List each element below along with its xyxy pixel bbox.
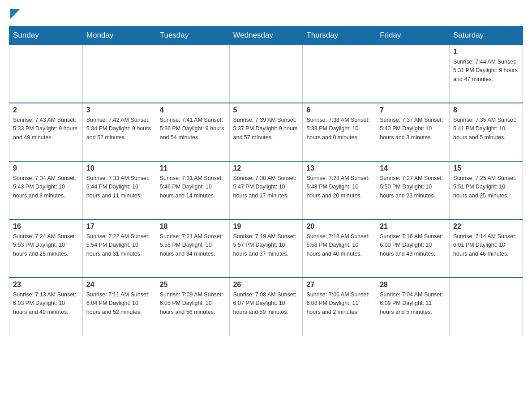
week-row-2: 2Sunrise: 7:43 AM Sunset: 5:33 PM Daylig… xyxy=(9,103,523,161)
day-number: 27 xyxy=(306,281,372,289)
calendar-cell: 22Sunrise: 7:14 AM Sunset: 6:01 PM Dayli… xyxy=(450,219,523,278)
calendar-cell: 5Sunrise: 7:39 AM Sunset: 5:37 PM Daylig… xyxy=(229,103,303,161)
day-info: Sunrise: 7:11 AM Sunset: 6:04 PM Dayligh… xyxy=(86,291,152,317)
day-header-tuesday: Tuesday xyxy=(156,26,229,45)
calendar-cell: 14Sunrise: 7:27 AM Sunset: 5:50 PM Dayli… xyxy=(376,161,450,219)
day-header-monday: Monday xyxy=(82,26,156,45)
calendar-cell: 24Sunrise: 7:11 AM Sunset: 6:04 PM Dayli… xyxy=(82,278,156,336)
calendar-cell: 26Sunrise: 7:08 AM Sunset: 6:07 PM Dayli… xyxy=(229,278,303,336)
day-info: Sunrise: 7:41 AM Sunset: 5:36 PM Dayligh… xyxy=(160,116,226,142)
calendar-cell: 4Sunrise: 7:41 AM Sunset: 5:36 PM Daylig… xyxy=(156,103,229,161)
week-row-1: 1Sunrise: 7:44 AM Sunset: 5:31 PM Daylig… xyxy=(9,45,523,103)
calendar-cell: 20Sunrise: 7:18 AM Sunset: 5:58 PM Dayli… xyxy=(303,219,376,278)
day-number: 19 xyxy=(233,223,299,231)
day-header-friday: Friday xyxy=(376,26,450,45)
day-number: 2 xyxy=(13,106,79,114)
calendar-cell: 17Sunrise: 7:22 AM Sunset: 5:54 PM Dayli… xyxy=(82,219,156,278)
day-info: Sunrise: 7:21 AM Sunset: 5:56 PM Dayligh… xyxy=(160,232,226,258)
day-number: 10 xyxy=(86,164,152,172)
logo-triangle-icon xyxy=(10,9,20,19)
day-header-wednesday: Wednesday xyxy=(229,26,303,45)
day-info: Sunrise: 7:27 AM Sunset: 5:50 PM Dayligh… xyxy=(380,174,446,200)
day-number: 16 xyxy=(13,223,79,231)
day-number: 5 xyxy=(233,106,299,114)
day-number: 23 xyxy=(13,281,79,289)
day-number: 13 xyxy=(306,164,372,172)
page-header xyxy=(9,9,523,21)
day-info: Sunrise: 7:16 AM Sunset: 6:00 PM Dayligh… xyxy=(380,232,446,258)
calendar-cell: 6Sunrise: 7:38 AM Sunset: 5:38 PM Daylig… xyxy=(303,103,376,161)
day-number: 6 xyxy=(306,106,372,114)
day-info: Sunrise: 7:35 AM Sunset: 5:41 PM Dayligh… xyxy=(453,116,519,142)
calendar-cell: 16Sunrise: 7:24 AM Sunset: 5:53 PM Dayli… xyxy=(9,219,83,278)
week-row-4: 16Sunrise: 7:24 AM Sunset: 5:53 PM Dayli… xyxy=(9,219,523,278)
day-number: 3 xyxy=(86,106,152,114)
calendar-cell: 25Sunrise: 7:09 AM Sunset: 6:05 PM Dayli… xyxy=(156,278,229,336)
svg-marker-0 xyxy=(10,9,20,19)
day-header-saturday: Saturday xyxy=(450,26,523,45)
calendar-cell: 19Sunrise: 7:19 AM Sunset: 5:57 PM Dayli… xyxy=(229,219,303,278)
calendar-cell xyxy=(9,45,83,103)
day-info: Sunrise: 7:43 AM Sunset: 5:33 PM Dayligh… xyxy=(13,116,79,142)
day-header-thursday: Thursday xyxy=(303,26,376,45)
calendar-cell: 10Sunrise: 7:33 AM Sunset: 5:44 PM Dayli… xyxy=(82,161,156,219)
day-number: 1 xyxy=(453,48,519,56)
day-number: 7 xyxy=(380,106,446,114)
calendar-cell: 18Sunrise: 7:21 AM Sunset: 5:56 PM Dayli… xyxy=(156,219,229,278)
day-info: Sunrise: 7:42 AM Sunset: 5:34 PM Dayligh… xyxy=(86,116,152,142)
day-number: 25 xyxy=(160,281,226,289)
calendar-cell: 7Sunrise: 7:37 AM Sunset: 5:40 PM Daylig… xyxy=(376,103,450,161)
day-info: Sunrise: 7:28 AM Sunset: 5:48 PM Dayligh… xyxy=(306,174,372,200)
calendar-cell: 9Sunrise: 7:34 AM Sunset: 5:43 PM Daylig… xyxy=(9,161,83,219)
day-number: 8 xyxy=(453,106,519,114)
week-row-3: 9Sunrise: 7:34 AM Sunset: 5:43 PM Daylig… xyxy=(9,161,523,219)
calendar-cell: 11Sunrise: 7:31 AM Sunset: 5:46 PM Dayli… xyxy=(156,161,229,219)
day-info: Sunrise: 7:19 AM Sunset: 5:57 PM Dayligh… xyxy=(233,232,299,258)
calendar-cell: 15Sunrise: 7:25 AM Sunset: 5:51 PM Dayli… xyxy=(450,161,523,219)
calendar-cell: 1Sunrise: 7:44 AM Sunset: 5:31 PM Daylig… xyxy=(450,45,523,103)
day-number: 22 xyxy=(453,223,519,231)
day-number: 11 xyxy=(160,164,226,172)
day-info: Sunrise: 7:04 AM Sunset: 6:09 PM Dayligh… xyxy=(380,291,446,317)
day-info: Sunrise: 7:30 AM Sunset: 5:47 PM Dayligh… xyxy=(233,174,299,200)
calendar-cell: 8Sunrise: 7:35 AM Sunset: 5:41 PM Daylig… xyxy=(450,103,523,161)
day-info: Sunrise: 7:25 AM Sunset: 5:51 PM Dayligh… xyxy=(453,174,519,200)
calendar-cell: 21Sunrise: 7:16 AM Sunset: 6:00 PM Dayli… xyxy=(376,219,450,278)
calendar-cell xyxy=(156,45,229,103)
calendar-cell xyxy=(82,45,156,103)
calendar-cell: 23Sunrise: 7:13 AM Sunset: 6:03 PM Dayli… xyxy=(9,278,83,336)
day-info: Sunrise: 7:18 AM Sunset: 5:58 PM Dayligh… xyxy=(306,232,372,258)
logo xyxy=(9,9,20,21)
day-info: Sunrise: 7:06 AM Sunset: 6:08 PM Dayligh… xyxy=(306,291,372,317)
day-number: 21 xyxy=(380,223,446,231)
calendar-cell xyxy=(376,45,450,103)
day-number: 9 xyxy=(13,164,79,172)
day-info: Sunrise: 7:31 AM Sunset: 5:46 PM Dayligh… xyxy=(160,174,226,200)
day-info: Sunrise: 7:39 AM Sunset: 5:37 PM Dayligh… xyxy=(233,116,299,142)
day-number: 24 xyxy=(86,281,152,289)
day-number: 20 xyxy=(306,223,372,231)
calendar-cell: 27Sunrise: 7:06 AM Sunset: 6:08 PM Dayli… xyxy=(303,278,376,336)
day-number: 12 xyxy=(233,164,299,172)
week-row-5: 23Sunrise: 7:13 AM Sunset: 6:03 PM Dayli… xyxy=(9,278,523,336)
calendar-cell: 3Sunrise: 7:42 AM Sunset: 5:34 PM Daylig… xyxy=(82,103,156,161)
day-info: Sunrise: 7:37 AM Sunset: 5:40 PM Dayligh… xyxy=(380,116,446,142)
day-info: Sunrise: 7:44 AM Sunset: 5:31 PM Dayligh… xyxy=(453,58,519,84)
calendar-cell xyxy=(303,45,376,103)
day-number: 17 xyxy=(86,223,152,231)
day-headers-row: SundayMondayTuesdayWednesdayThursdayFrid… xyxy=(9,26,523,45)
day-number: 18 xyxy=(160,223,226,231)
calendar-cell: 13Sunrise: 7:28 AM Sunset: 5:48 PM Dayli… xyxy=(303,161,376,219)
day-info: Sunrise: 7:09 AM Sunset: 6:05 PM Dayligh… xyxy=(160,291,226,317)
day-info: Sunrise: 7:33 AM Sunset: 5:44 PM Dayligh… xyxy=(86,174,152,200)
calendar-cell xyxy=(450,278,523,336)
calendar-cell: 2Sunrise: 7:43 AM Sunset: 5:33 PM Daylig… xyxy=(9,103,83,161)
day-info: Sunrise: 7:14 AM Sunset: 6:01 PM Dayligh… xyxy=(453,232,519,258)
calendar-cell xyxy=(229,45,303,103)
calendar-cell: 12Sunrise: 7:30 AM Sunset: 5:47 PM Dayli… xyxy=(229,161,303,219)
day-number: 28 xyxy=(380,281,446,289)
calendar-cell: 28Sunrise: 7:04 AM Sunset: 6:09 PM Dayli… xyxy=(376,278,450,336)
day-info: Sunrise: 7:34 AM Sunset: 5:43 PM Dayligh… xyxy=(13,174,79,200)
day-number: 4 xyxy=(160,106,226,114)
day-number: 15 xyxy=(453,164,519,172)
